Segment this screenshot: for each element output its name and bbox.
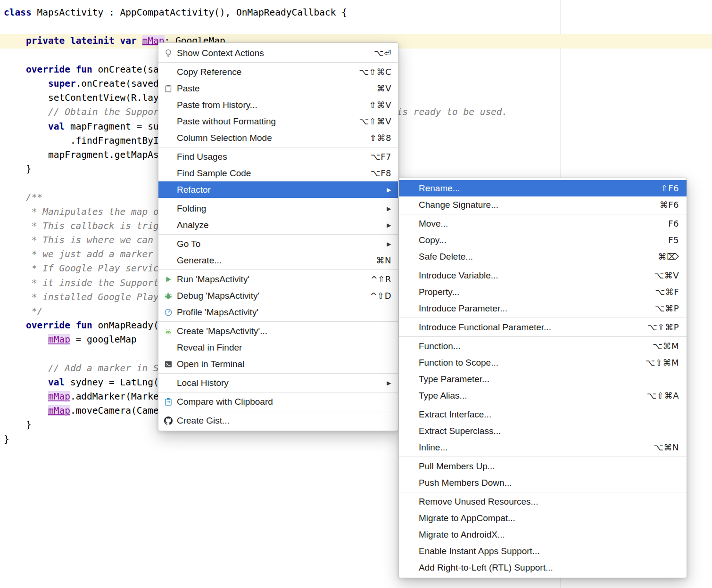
- menu-separator: [158, 270, 398, 270]
- menu-item-create-gist[interactable]: Create Gist...: [158, 412, 398, 429]
- menu-item-rename[interactable]: Rename...⇧F6: [399, 180, 687, 196]
- menu-shortcut: ⌥F7: [359, 152, 391, 162]
- menu-item-label: Profile 'MapsActivity': [177, 307, 258, 318]
- menu-item-move[interactable]: Move...F6: [399, 215, 687, 232]
- menu-item-label: Copy Reference: [177, 67, 241, 77]
- menu-shortcut: ⌥⇧⌘C: [348, 67, 391, 77]
- menu-item-label: Column Selection Mode: [177, 133, 272, 143]
- menu-item-change-signature[interactable]: Change Signature...⌘F6: [399, 196, 687, 213]
- menu-item-type-parameter[interactable]: Type Parameter...: [399, 371, 687, 387]
- menu-item-label: Extract Interface...: [419, 409, 491, 420]
- menu-item-open-in-terminal[interactable]: Open in Terminal: [158, 356, 398, 372]
- menu-shortcut: ⇧⌘8: [358, 133, 391, 143]
- identifier-mmap-highlight: mMap: [48, 334, 70, 345]
- menu-item-label: Push Members Down...: [419, 478, 512, 488]
- menu-item-extract-superclass[interactable]: Extract Superclass...: [399, 423, 687, 439]
- menu-item-folding[interactable]: Folding▶: [158, 200, 398, 217]
- menu-item-show-context-actions[interactable]: Show Context Actions⌥⏎: [158, 45, 398, 61]
- menu-item-create-mapsactivity[interactable]: Create 'MapsActivity'...: [158, 323, 398, 339]
- menu-item-label: Create 'MapsActivity'...: [177, 326, 267, 336]
- debug-icon: [163, 292, 174, 300]
- menu-separator: [399, 318, 687, 318]
- menu-item-introduce-parameter[interactable]: Introduce Parameter...⌥⌘P: [399, 300, 687, 317]
- identifier-mmap-highlight: mMap: [48, 405, 70, 416]
- menu-item-column-selection-mode[interactable]: Column Selection Mode⇧⌘8: [158, 130, 398, 146]
- menu-item-label: Enable Instant Apps Support...: [419, 546, 540, 556]
- menu-item-remove-unused-resources[interactable]: Remove Unused Resources...: [399, 493, 687, 510]
- menu-item-label: Open in Terminal: [177, 359, 244, 369]
- menu-item-label: Debug 'MapsActivity': [177, 291, 259, 301]
- editor-context-menu: Show Context Actions⌥⏎Copy Reference⌥⇧⌘C…: [158, 42, 398, 431]
- submenu-arrow-icon: ▶: [375, 241, 391, 247]
- menu-item-label: Show Context Actions: [177, 48, 264, 58]
- menu-item-label: Find Sample Code: [177, 168, 251, 179]
- menu-item-type-alias[interactable]: Type Alias...⌥⇧⌘A: [399, 387, 687, 404]
- menu-item-debug-mapsactivity[interactable]: Debug 'MapsActivity'^⇧D: [158, 287, 398, 304]
- identifier-mmap-highlight: mMap: [48, 391, 70, 402]
- menu-item-label: Analyze: [177, 220, 209, 230]
- menu-shortcut: ⌥⌘N: [642, 442, 679, 452]
- menu-shortcut: ⌥⇧⌘V: [348, 116, 391, 126]
- menu-item-go-to[interactable]: Go To▶: [158, 236, 398, 252]
- menu-item-pull-members-up[interactable]: Pull Members Up...: [399, 458, 687, 474]
- menu-item-inline[interactable]: Inline...⌥⌘N: [399, 439, 687, 456]
- paste-icon: [163, 84, 174, 93]
- github-icon: [163, 416, 174, 425]
- menu-item-label: Refactor: [177, 185, 211, 195]
- menu-item-function[interactable]: Function...⌥⌘M: [399, 338, 687, 354]
- menu-item-label: Local History: [177, 378, 229, 388]
- menu-item-label: Paste from History...: [177, 100, 257, 110]
- menu-item-label: Pull Members Up...: [419, 461, 495, 472]
- menu-item-reveal-in-finder[interactable]: Reveal in Finder: [158, 339, 398, 356]
- menu-item-compare-with-clipboard[interactable]: Compare with Clipboard: [158, 393, 398, 410]
- menu-separator: [158, 373, 398, 374]
- menu-item-label: Function...: [419, 341, 461, 351]
- menu-item-analyze[interactable]: Analyze▶: [158, 217, 398, 233]
- menu-item-enable-instant-apps-support[interactable]: Enable Instant Apps Support...: [399, 543, 687, 559]
- menu-item-introduce-variable[interactable]: Introduce Variable...⌥⌘V: [399, 267, 687, 284]
- menu-item-label: Introduce Functional Parameter...: [419, 322, 551, 333]
- menu-item-paste-from-history[interactable]: Paste from History...⇧⌘V: [158, 97, 398, 113]
- submenu-arrow-icon: ▶: [375, 205, 391, 212]
- menu-item-find-sample-code[interactable]: Find Sample Code⌥F8: [158, 165, 398, 181]
- menu-shortcut: ⌥⇧⌘A: [636, 391, 679, 400]
- menu-item-introduce-functional-parameter[interactable]: Introduce Functional Parameter...⌥⇧⌘P: [399, 319, 687, 335]
- menu-item-label: Copy...: [419, 235, 447, 245]
- menu-separator: [399, 457, 687, 457]
- menu-item-paste-without-formatting[interactable]: Paste without Formatting⌥⇧⌘V: [158, 113, 398, 130]
- menu-item-label: Introduce Variable...: [419, 270, 498, 281]
- icon-placeholder: [163, 68, 174, 76]
- menu-item-generate[interactable]: Generate...⌘N: [158, 252, 398, 269]
- menu-item-migrate-to-appcompat[interactable]: Migrate to AppCompat...: [399, 510, 687, 526]
- menu-item-copy-reference[interactable]: Copy Reference⌥⇧⌘C: [158, 64, 398, 80]
- menu-item-copy[interactable]: Copy...F5: [399, 232, 687, 248]
- menu-item-label: Extract Superclass...: [419, 426, 501, 436]
- menu-item-label: Find Usages: [177, 152, 227, 162]
- menu-item-label: Paste without Formatting: [177, 116, 276, 127]
- menu-item-safe-delete[interactable]: Safe Delete...⌘⌦: [399, 248, 687, 265]
- icon-placeholder: [163, 117, 174, 126]
- menu-item-paste[interactable]: Paste⌘V: [158, 80, 398, 97]
- menu-item-run-mapsactivity[interactable]: Run 'MapsActivity'^⇧R: [158, 271, 398, 287]
- menu-item-property[interactable]: Property...⌥⌘F: [399, 284, 687, 300]
- menu-separator: [158, 147, 398, 147]
- menu-shortcut: F6: [657, 219, 679, 229]
- icon-placeholder: [163, 256, 174, 265]
- menu-item-label: Migrate to AndroidX...: [419, 530, 505, 540]
- menu-item-function-to-scope[interactable]: Function to Scope...⌥⇧⌘M: [399, 354, 687, 371]
- menu-item-extract-interface[interactable]: Extract Interface...: [399, 406, 687, 423]
- menu-shortcut: ⌘N: [365, 255, 391, 265]
- icon-placeholder: [163, 240, 174, 248]
- menu-separator: [399, 492, 687, 492]
- menu-separator: [158, 234, 398, 235]
- menu-item-add-right-to-left-rtl-support[interactable]: Add Right-to-Left (RTL) Support...: [399, 559, 687, 576]
- menu-item-migrate-to-androidx[interactable]: Migrate to AndroidX...: [399, 526, 687, 543]
- menu-item-find-usages[interactable]: Find Usages⌥F7: [158, 148, 398, 165]
- icon-placeholder: [163, 343, 174, 352]
- menu-shortcut: ^⇧R: [359, 274, 391, 284]
- menu-separator: [399, 405, 687, 405]
- menu-item-local-history[interactable]: Local History▶: [158, 375, 398, 391]
- menu-item-profile-mapsactivity[interactable]: Profile 'MapsActivity': [158, 304, 398, 320]
- menu-item-push-members-down[interactable]: Push Members Down...: [399, 474, 687, 491]
- menu-item-refactor[interactable]: Refactor▶: [158, 181, 398, 198]
